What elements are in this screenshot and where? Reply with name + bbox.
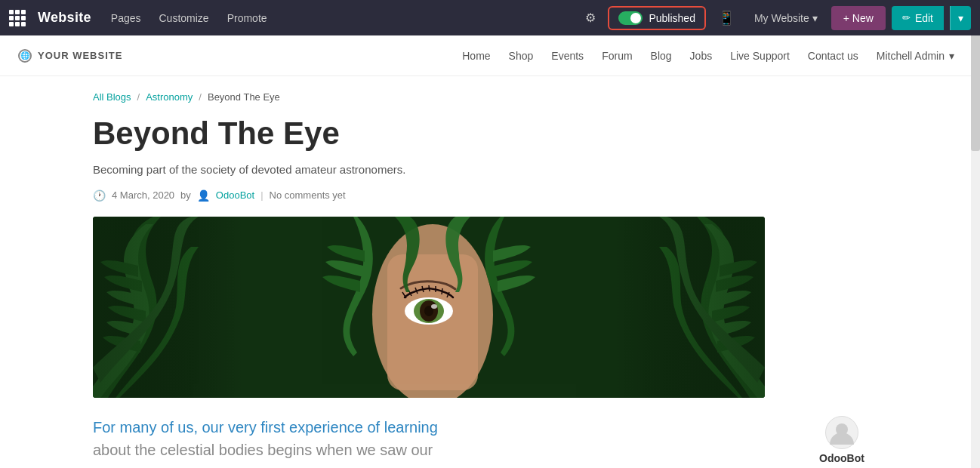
published-toggle[interactable]: Published — [608, 6, 706, 30]
bug-icon[interactable]: ⚙ — [579, 8, 602, 28]
breadcrumb-astronomy[interactable]: Astronomy — [146, 91, 193, 103]
published-label: Published — [649, 12, 695, 24]
svg-rect-18 — [614, 217, 765, 398]
nav-home[interactable]: Home — [455, 45, 498, 66]
clock-icon: 🕐 — [93, 189, 106, 202]
website-nav: 🌐 YOUR WEBSITE Home Shop Events Forum Bl… — [0, 35, 980, 76]
breadcrumb-sep-2: / — [199, 91, 202, 103]
breadcrumb-all-blogs[interactable]: All Blogs — [93, 91, 131, 103]
blog-meta-by: by — [180, 189, 191, 201]
breadcrumb-current: Beyond The Eye — [208, 91, 280, 103]
nav-customize[interactable]: Customize — [152, 8, 217, 29]
apps-icon[interactable] — [9, 10, 26, 26]
admin-nav: Pages Customize Promote — [103, 8, 275, 29]
mobile-icon[interactable]: 📱 — [712, 7, 741, 29]
excerpt-line1: For many of us, our very first experienc… — [93, 416, 778, 439]
new-label: + New — [843, 12, 874, 24]
author-card: OdooBot 4 March, 2020 — [797, 416, 887, 468]
my-website-chevron: ▾ — [812, 12, 818, 24]
svg-line-13 — [429, 285, 430, 291]
blog-meta-date: 4 March, 2020 — [112, 189, 174, 201]
my-website-label: My Website — [754, 12, 809, 24]
edit-label: Edit — [915, 12, 933, 24]
blog-meta-comments[interactable]: No comments yet — [270, 189, 346, 201]
my-website-button[interactable]: My Website ▾ — [747, 8, 825, 29]
meta-separator: | — [260, 189, 263, 201]
blog-meta: 🕐 4 March, 2020 by 👤 OdooBot | No commen… — [93, 189, 887, 202]
website-logo-text: YOUR WEBSITE — [38, 50, 122, 61]
nav-promote[interactable]: Promote — [220, 8, 275, 29]
blog-title: Beyond The Eye — [93, 115, 887, 152]
admin-menu[interactable]: Mitchell Admin ▾ — [869, 45, 962, 66]
admin-bar-right: ⚙ Published 📱 My Website ▾ + New ✏ Edit … — [579, 6, 971, 30]
edit-button[interactable]: ✏ Edit — [892, 6, 944, 30]
svg-point-8 — [431, 304, 437, 309]
website-nav-links: Home Shop Events Forum Blog Jobs Live Su… — [455, 45, 962, 66]
breadcrumb-sep-1: / — [137, 91, 140, 103]
avatar-icon — [830, 420, 854, 445]
nav-shop[interactable]: Shop — [501, 45, 541, 66]
blog-hero-image — [93, 217, 765, 398]
nav-events[interactable]: Events — [544, 45, 591, 66]
toggle-switch-icon — [618, 11, 643, 25]
website-logo: 🌐 YOUR WEBSITE — [18, 49, 455, 63]
nav-live-support[interactable]: Live Support — [723, 45, 797, 66]
nav-jobs[interactable]: Jobs — [683, 45, 720, 66]
new-button[interactable]: + New — [831, 6, 886, 30]
admin-menu-chevron: ▾ — [949, 50, 954, 62]
author-avatar — [825, 416, 858, 449]
admin-bar: Website Pages Customize Promote ⚙ Publis… — [0, 0, 980, 35]
user-icon: 👤 — [197, 189, 210, 202]
nav-contact-us[interactable]: Contact us — [800, 45, 866, 66]
globe-icon: 🌐 — [18, 49, 32, 63]
edit-dropdown-button[interactable]: ▾ — [950, 6, 971, 30]
blog-excerpt: For many of us, our very first experienc… — [93, 416, 778, 461]
admin-menu-label: Mitchell Admin — [877, 50, 945, 62]
author-name: OdooBot — [819, 452, 864, 464]
admin-brand: Website — [38, 10, 91, 26]
nav-forum[interactable]: Forum — [594, 45, 639, 66]
blog-subtitle: Becoming part of the society of devoted … — [93, 162, 887, 179]
content-area: All Blogs / Astronomy / Beyond The Eye B… — [75, 76, 905, 468]
blog-meta-author[interactable]: OdooBot — [216, 189, 254, 201]
svg-line-15 — [442, 288, 442, 294]
nav-pages[interactable]: Pages — [103, 8, 149, 29]
scrollbar[interactable] — [971, 0, 980, 468]
admin-bar-left: Website Pages Customize Promote — [9, 8, 567, 29]
excerpt-line2: about the celestial bodies begins when w… — [93, 439, 778, 461]
breadcrumb: All Blogs / Astronomy / Beyond The Eye — [93, 91, 887, 103]
hero-svg — [93, 217, 765, 398]
nav-blog[interactable]: Blog — [643, 45, 680, 66]
bottom-section: For many of us, our very first experienc… — [93, 416, 887, 468]
edit-pencil-icon: ✏ — [902, 12, 911, 23]
edit-dropdown-chevron: ▾ — [958, 12, 963, 24]
svg-rect-17 — [93, 217, 244, 398]
